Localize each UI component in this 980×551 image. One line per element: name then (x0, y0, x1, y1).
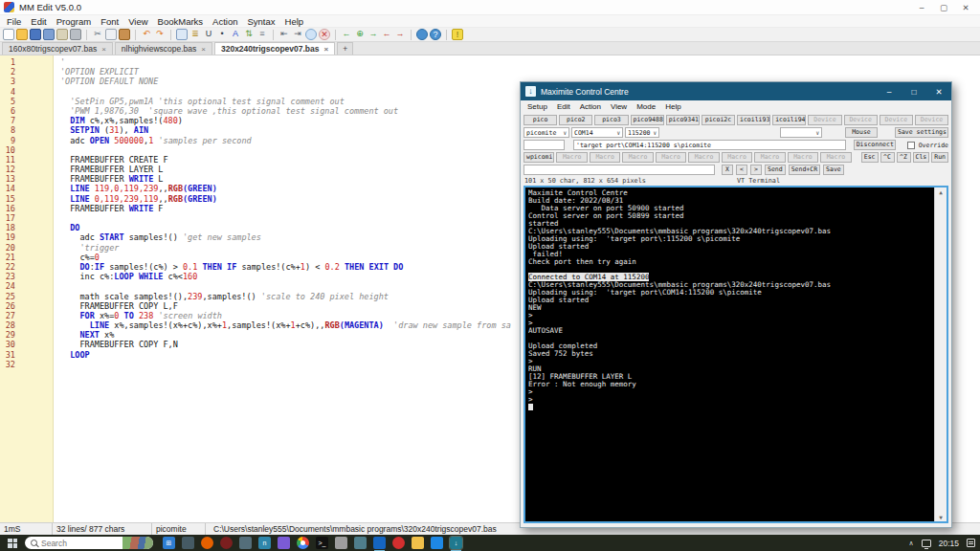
device-button-pico[interactable]: pico (523, 115, 557, 125)
indent-right-icon[interactable]: ⇥ (292, 29, 303, 40)
device-button-icoili934[interactable]: icoili934 (737, 115, 770, 125)
mail-icon[interactable] (56, 29, 68, 40)
send-button-send+cr[interactable]: Send+CR (789, 165, 820, 175)
device-button-pico9488[interactable]: pico9488 (631, 115, 664, 125)
mmedit-menu-edit[interactable]: Edit (26, 16, 51, 27)
mcc-menu-view[interactable]: View (606, 102, 632, 111)
defender-icon[interactable] (431, 537, 443, 549)
help-icon[interactable]: ? (430, 29, 441, 40)
macro-button-macro[interactable]: Macro (656, 152, 686, 163)
mcc-menu-edit[interactable]: Edit (552, 102, 575, 111)
macro-button-wpicomi[interactable]: wpicomi (523, 152, 554, 163)
mcc-menu-help[interactable]: Help (660, 102, 685, 111)
copy-icon[interactable] (105, 29, 117, 40)
web-icon[interactable] (416, 29, 428, 40)
mmedit-menu-syntax[interactable]: Syntax (242, 16, 279, 27)
folder-icon[interactable] (412, 537, 424, 549)
display-app-icon[interactable] (239, 537, 252, 549)
macro-button-macro[interactable]: Macro (754, 152, 785, 163)
macro-button-macro[interactable]: Macro (590, 152, 620, 163)
mmedit-close-button[interactable]: ✕ (959, 3, 972, 12)
mmedit-menu-font[interactable]: Font (96, 16, 123, 27)
remote-desktop-icon[interactable] (373, 537, 386, 549)
tray-chevron-icon[interactable]: ∧ (909, 540, 914, 547)
macro-button-macro[interactable]: Macro (556, 152, 587, 163)
mcc-menu-action[interactable]: Action (575, 102, 606, 111)
tab-160x80trigscopev07.bas[interactable]: 160x80trigscopev07.bas× (2, 42, 113, 55)
send-button->[interactable]: > (750, 165, 762, 175)
taskbar-search[interactable] (25, 537, 153, 549)
device-button-device[interactable]: Device (844, 115, 878, 125)
teal-app-icon[interactable] (354, 537, 367, 549)
mcc-menu-setup[interactable]: Setup (523, 102, 552, 111)
start-button[interactable] (0, 535, 25, 551)
list-icon[interactable]: ≣ (189, 29, 201, 40)
purple-app-icon[interactable] (278, 537, 290, 549)
monitor-app-icon[interactable] (182, 537, 194, 549)
send-button-x[interactable]: X (722, 165, 733, 175)
bullet-icon[interactable]: • (216, 29, 228, 40)
opera-icon[interactable] (392, 537, 405, 549)
ctrl-button-esc[interactable]: Esc (861, 152, 879, 163)
mcc-minimize-button[interactable]: – (877, 82, 902, 100)
tab-close-icon[interactable]: × (101, 45, 106, 54)
macro-button-macro[interactable]: Macro (722, 152, 752, 163)
mmedit-menu-file[interactable]: File (2, 16, 26, 27)
macro-button-macro[interactable]: Macro (688, 152, 719, 163)
notepadpp-icon[interactable]: n (258, 537, 271, 549)
mmedit-menu-bookmarks[interactable]: BookMarks (153, 16, 209, 27)
macro-button-macro[interactable]: Macro (820, 152, 851, 163)
device-type-select[interactable]: picomite (523, 127, 569, 138)
nav-forward-icon[interactable]: → (368, 29, 379, 40)
chrome-icon[interactable] (297, 537, 309, 549)
send-button-<[interactable]: < (736, 165, 747, 175)
tab-nlhighviewscope.bas[interactable]: nlhighviewscope.bas× (115, 42, 212, 55)
mmedit-menu-help[interactable]: Help (280, 16, 309, 27)
save-icon[interactable] (30, 29, 41, 40)
mcc-menu-mode[interactable]: Mode (632, 102, 660, 111)
device-button-device[interactable]: Device (915, 115, 948, 125)
ctrl-button-run[interactable]: Run (931, 152, 948, 163)
mcc-titlebar[interactable]: ↓ Maximite Control Centre – □ ✕ (521, 82, 951, 100)
device-button-icoili948[interactable]: icoili948 (772, 115, 806, 125)
mmedit-titlebar[interactable]: MM Edit V5.0.0 – ▢ ✕ (0, 0, 980, 15)
indent-left-icon[interactable]: ⇤ (278, 29, 290, 40)
device-button-pico2[interactable]: pico2 (559, 115, 592, 125)
firefox-icon[interactable] (201, 537, 213, 549)
tab-close-icon[interactable]: × (201, 45, 206, 54)
new-tab-button[interactable]: + (337, 42, 353, 55)
disconnect-button[interactable]: Disconnect (854, 140, 896, 150)
comment-icon[interactable] (305, 29, 317, 40)
mmedit-menu-view[interactable]: View (123, 16, 152, 27)
save-settings-button[interactable]: Save settings (895, 127, 948, 138)
override-checkbox[interactable] (907, 142, 915, 149)
taskbar-clock[interactable]: 20:15 (939, 539, 959, 548)
ctrl-button-ctrl-c[interactable]: ^C (880, 152, 895, 163)
scroll-up-icon[interactable]: ▲ (939, 188, 943, 195)
add-bookmark-icon[interactable]: ⊕ (354, 29, 366, 40)
sort-icon[interactable]: ⇅ (243, 29, 255, 40)
search-widget-image[interactable] (122, 537, 153, 549)
redo-icon[interactable]: ↷ (154, 29, 166, 40)
save-all-icon[interactable] (43, 29, 55, 40)
ctrl-button-ctrl-z[interactable]: ^Z (897, 152, 911, 163)
device-button-device[interactable]: Device (880, 115, 913, 125)
target-port-input[interactable] (573, 140, 846, 150)
device-button-pico9341[interactable]: pico9341 (666, 115, 700, 125)
send-button-save[interactable]: Save (823, 165, 844, 175)
mmedit-menu-action[interactable]: Action (208, 16, 242, 27)
vt-terminal[interactable]: Maximite Control CentreBuild date: 2022/… (523, 186, 948, 523)
open-file-icon[interactable] (16, 29, 28, 40)
prev-bookmark-icon[interactable]: ← (381, 29, 392, 40)
mmedit-minimize-button[interactable]: – (915, 3, 928, 12)
mcc-close-button[interactable]: ✕ (926, 82, 951, 100)
mcc-maximize-button[interactable]: □ (902, 82, 926, 100)
next-bookmark-icon[interactable]: → (394, 29, 406, 40)
uncomment-icon[interactable]: ✕ (319, 29, 330, 40)
run-transfer-icon[interactable]: ! (452, 29, 463, 40)
print-icon[interactable] (70, 29, 81, 40)
baud-rate-select[interactable]: 115200 (625, 127, 659, 138)
new-file-icon[interactable] (3, 29, 14, 40)
cut-icon[interactable]: ✂ (92, 29, 103, 40)
media-player-icon[interactable] (220, 537, 233, 549)
